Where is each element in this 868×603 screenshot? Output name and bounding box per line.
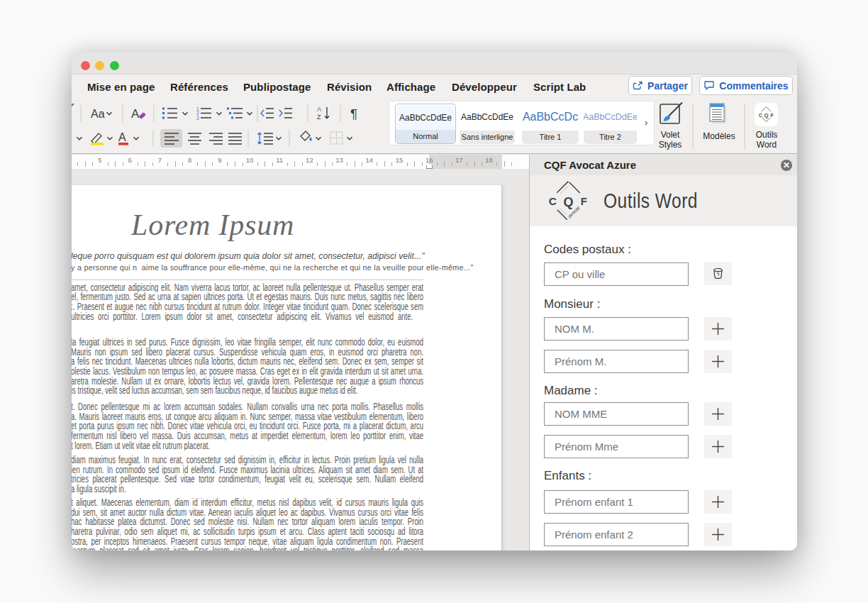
svg-text:C: C bbox=[549, 195, 557, 207]
svg-text:Aa: Aa bbox=[91, 108, 105, 120]
svg-text:Z: Z bbox=[317, 114, 321, 121]
svg-text:¶: ¶ bbox=[350, 106, 357, 121]
svg-text:A: A bbox=[317, 106, 321, 113]
svg-text:Q: Q bbox=[764, 112, 769, 118]
svg-text:A: A bbox=[118, 131, 126, 143]
svg-text:F: F bbox=[771, 113, 774, 118]
svg-text:C: C bbox=[759, 113, 762, 118]
svg-text:A: A bbox=[131, 107, 140, 121]
svg-text:3: 3 bbox=[196, 116, 199, 121]
svg-text:F: F bbox=[581, 195, 587, 207]
svg-text:Q: Q bbox=[563, 195, 573, 209]
